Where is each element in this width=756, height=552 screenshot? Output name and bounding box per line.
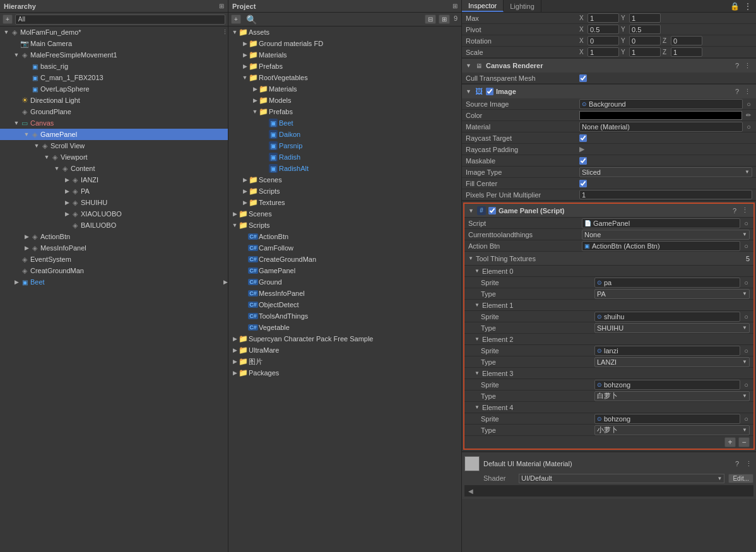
canvas-settings-btn[interactable]: ⋮ [743, 62, 752, 70]
element4-header[interactable]: ▼ Element 4 [464, 402, 753, 413]
remove-element-btn[interactable]: − [738, 437, 750, 447]
project-view1-btn[interactable]: ⊟ [425, 15, 436, 24]
pixels-per-unit-input[interactable] [579, 190, 752, 199]
element0-header[interactable]: ▼ Element 0 [464, 266, 753, 277]
proj-ultramare[interactable]: ▶ 📁 UltraMare [228, 344, 461, 356]
tree-item-ianzi[interactable]: ▶ ◈ IANZI [0, 174, 228, 185]
e2-sprite-link[interactable]: ○ [743, 347, 750, 355]
proj-actionbtn-s[interactable]: C# ActionBtn [228, 231, 461, 242]
proj-toolsandthings[interactable]: C# ToolsAndThings [228, 310, 461, 322]
image-settings-btn[interactable]: ⋮ [743, 88, 752, 96]
proj-ground-s[interactable]: C# Ground [228, 276, 461, 288]
element1-header[interactable]: ▼ Element 1 [464, 300, 753, 311]
image-help-btn[interactable]: ? [734, 88, 740, 95]
tool-textures-header[interactable]: ▼ Tool Thing Textures 5 [464, 252, 753, 266]
proj-veg-models[interactable]: ▶ 📁 Models [228, 95, 461, 106]
tree-item-groundplane[interactable]: ◈ GroundPlane [0, 106, 228, 117]
proj-gamepanel-s[interactable]: C# GamePanel [228, 265, 461, 276]
shader-dropdown[interactable]: UI/Default ▼ [519, 474, 724, 483]
pivot-x-input[interactable] [588, 25, 619, 34]
proj-packages[interactable]: ▶ 📁 Packages [228, 367, 461, 379]
e4-type-dropdown[interactable]: 小萝卜 ▼ [594, 425, 750, 435]
proj-images[interactable]: ▶ 📁 图片 [228, 356, 461, 367]
e3-sprite-link[interactable]: ○ [743, 381, 750, 389]
tree-item-shuihu[interactable]: ▶ ◈ SHUIHU [0, 197, 228, 208]
tree-item-male[interactable]: ▼ ◈ MaleFreeSimpleMovement1 [0, 49, 228, 61]
tree-item-eventsystem[interactable]: ◈ EventSystem [0, 254, 228, 265]
fill-center-checkbox[interactable] [579, 180, 587, 187]
proj-creategroundman[interactable]: C# CreateGroundMan [228, 254, 461, 265]
max-x-input[interactable] [588, 13, 619, 23]
tree-item-scrollview[interactable]: ▼ ◈ Scroll View [0, 140, 228, 151]
project-view2-btn[interactable]: ⊞ [439, 15, 450, 24]
e0-sprite-ref[interactable]: ⊙ pa [594, 278, 740, 288]
script-link-btn[interactable]: ○ [743, 220, 750, 227]
tree-item-xiaoluobo[interactable]: ▶ ◈ XIAOLUOBO [0, 208, 228, 220]
tree-item-overlap[interactable]: ▣ OverLapSphere [0, 83, 228, 95]
e4-sprite-link[interactable]: ○ [743, 415, 750, 423]
proj-groundmat[interactable]: ▶ 📁 Ground materials FD [228, 38, 461, 49]
e0-sprite-link[interactable]: ○ [743, 279, 750, 286]
proj-veg-prefabs[interactable]: ▼ 📁 Prefabs [228, 106, 461, 117]
pivot-y-input[interactable] [629, 25, 661, 34]
tree-item-dirlight[interactable]: ☀ Directional Light [0, 95, 228, 106]
tree-item-content[interactable]: ▼ ◈ Content [0, 163, 228, 174]
proj-scenes[interactable]: ▶ 📁 Scenes [228, 174, 461, 185]
inspector-lock-icon[interactable]: 🔒 [730, 2, 740, 11]
tree-item-gamepanel[interactable]: ▼ ◈ GamePanel [0, 129, 228, 140]
material-settings-btn[interactable]: ⋮ [744, 460, 753, 468]
proj-materials[interactable]: ▶ 📁 Materials [228, 49, 461, 61]
proj-camfollow[interactable]: C# CamFollow [228, 242, 461, 254]
e1-sprite-ref[interactable]: ⊙ shuihu [594, 312, 740, 322]
e2-sprite-ref[interactable]: ⊙ lanzi [594, 346, 740, 356]
tree-item-creatgroundman[interactable]: ◈ CreatGroundMan [0, 265, 228, 276]
hierarchy-add-btn[interactable]: + [3, 15, 13, 24]
proj-veg-mat[interactable]: ▶ 📁 Materials [228, 83, 461, 95]
inspector-overflow-icon[interactable]: ⋮ [743, 1, 752, 11]
material-help-btn[interactable]: ? [734, 460, 740, 467]
proj-daikon[interactable]: ▣ Daikon [228, 129, 461, 140]
proj-beet[interactable]: ▣ Beet [228, 117, 461, 129]
e4-sprite-ref[interactable]: ⊙ bohzong [594, 414, 740, 424]
e2-type-dropdown[interactable]: LANZI ▼ [594, 357, 750, 367]
e3-sprite-ref[interactable]: ⊙ bohzong [594, 380, 740, 390]
proj-textures[interactable]: ▶ 📁 Textures [228, 197, 461, 208]
proj-scenes2[interactable]: ▶ 📁 Scenes [228, 208, 461, 220]
source-image-ref[interactable]: ⊙ Background [579, 99, 743, 109]
script-ref[interactable]: 📄 GamePanel [582, 218, 740, 228]
max-y-input[interactable] [629, 13, 661, 23]
e3-type-dropdown[interactable]: 白萝卜 ▼ [594, 391, 750, 401]
image-type-dropdown[interactable]: Sliced ▼ [579, 167, 752, 177]
proj-parsnip[interactable]: ▣ Parsnip [228, 140, 461, 151]
proj-assets[interactable]: ▼ 📁 Assets [228, 26, 461, 38]
image-enabled-checkbox[interactable] [486, 88, 493, 95]
rot-z-input[interactable] [671, 36, 702, 45]
tree-item-bailuobo[interactable]: ◈ BAILUOBO [0, 220, 228, 231]
element2-header[interactable]: ▼ Element 2 [464, 334, 753, 345]
proj-supercyan[interactable]: ▶ 📁 Supercyan Character Pack Free Sample [228, 333, 461, 344]
tree-item-viewport[interactable]: ▼ ◈ Viewport [0, 151, 228, 163]
game-panel-settings-btn[interactable]: ⋮ [740, 206, 750, 214]
proj-vegetable[interactable]: C# Vegetable [228, 322, 461, 333]
proj-radishalt[interactable]: ▣ RadishAlt [228, 163, 461, 174]
proj-scripts2[interactable]: ▼ 📁 Scripts [228, 220, 461, 231]
source-image-link-btn[interactable]: ○ [745, 100, 752, 108]
proj-prefabs[interactable]: ▶ 📁 Prefabs [228, 61, 461, 72]
e0-type-dropdown[interactable]: PA ▼ [594, 289, 750, 299]
proj-messinfo-s[interactable]: C# MessInfoPanel [228, 288, 461, 299]
edit-shader-btn[interactable]: Edit... [728, 474, 753, 483]
scale-z-input[interactable] [671, 47, 702, 57]
hierarchy-search[interactable] [15, 15, 225, 25]
game-panel-enabled-checkbox[interactable] [488, 207, 496, 214]
proj-radish[interactable]: ▣ Radish [228, 151, 461, 163]
tree-item-actionbtn[interactable]: ▶ ◈ ActionBtn [0, 231, 228, 242]
element3-header[interactable]: ▼ Element 3 [464, 368, 753, 379]
scale-x-input[interactable] [588, 47, 619, 57]
tree-item-pa[interactable]: ▶ ◈ PA [0, 185, 228, 197]
action-btn-ref[interactable]: ▣ ActionBtn (Action Btn) [582, 241, 740, 251]
action-btn-link-btn[interactable]: ○ [743, 242, 750, 250]
color-eyedropper[interactable]: ✏ [745, 112, 752, 119]
game-panel-help-btn[interactable]: ? [731, 207, 738, 214]
tree-item-canvas[interactable]: ▼ ▭ Canvas [0, 117, 228, 129]
canvas-help-btn[interactable]: ? [734, 62, 740, 69]
